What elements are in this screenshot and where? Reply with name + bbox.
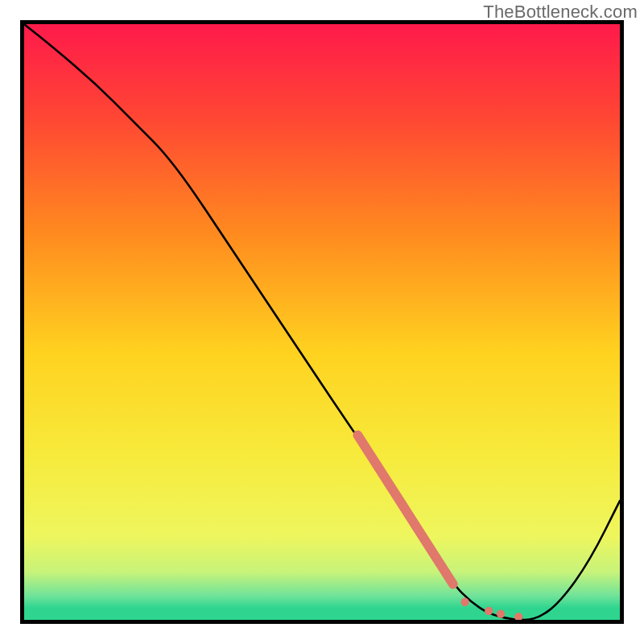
valley-marker — [514, 613, 522, 620]
valley-marker — [460, 598, 469, 606]
valley-marker — [497, 609, 505, 617]
plot-frame — [20, 20, 624, 624]
highlight-segment — [357, 436, 452, 584]
curve-layer — [24, 24, 620, 620]
valley-marker — [485, 607, 493, 615]
chart-stage: TheBottleneck.com — [0, 0, 644, 644]
bottleneck-curve — [24, 24, 620, 620]
